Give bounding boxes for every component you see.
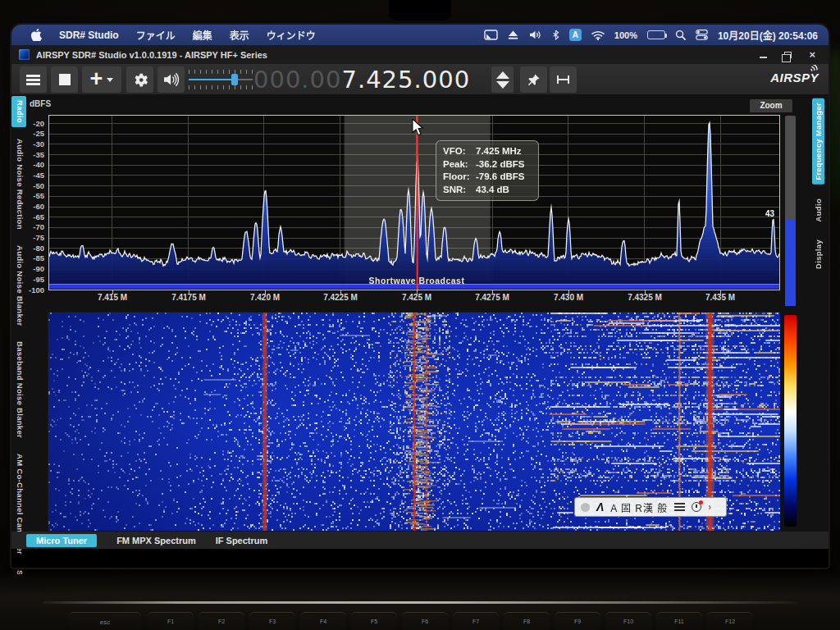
spectrum-y-tick: -95 [21,275,44,284]
audio-mute-button[interactable] [158,66,185,93]
menubar-menu-item-1[interactable]: 編集 [193,28,212,42]
camera-notch [389,0,451,21]
key-f8[interactable]: F8 [504,612,550,630]
key-f10[interactable]: F10 [605,612,651,630]
vfo-info-value: -36.2 dBFS [476,158,532,171]
menu-button[interactable] [20,66,47,93]
key-esc[interactable]: esc [69,612,141,630]
minimize-button[interactable] [760,57,767,58]
zoom-button[interactable]: Zoom [750,99,792,112]
menubar-menu-item-0[interactable]: ファイル [136,28,176,42]
add-vfo-button[interactable]: + [82,66,121,93]
bottom-tab-bar: Micro TunerFM MPX SpectrumIF Spectrum [11,532,829,549]
wifi-icon[interactable] [591,30,605,40]
vfo-info-value: -79.6 dBFS [476,171,532,184]
menubar-clock[interactable]: 10月20日(金) 20:54:06 [718,28,818,42]
spectrum-y-tick: -20 [21,119,44,128]
spectrum-x-tickmark [645,290,646,294]
vfo-info-row: VFO:7.425 MHz [443,145,532,158]
spectrum-y-tick: -55 [21,191,44,200]
vfo-info-row: Peak:-36.2 dBFS [443,158,532,171]
spectrum-canvas[interactable] [49,116,779,290]
bluetooth-icon[interactable] [552,30,559,40]
key-f4[interactable]: F4 [300,612,346,630]
frequency-stepper[interactable] [491,66,514,93]
control-center-icon[interactable] [696,30,708,40]
spectrum-x-tickmark [340,290,341,294]
vfo-info-box: VFO:7.425 MHzPeak:-36.2 dBFSFloor:-79.6 … [436,140,539,201]
key-f12[interactable]: F12 [707,612,753,630]
bottom-tab-fm-mpx-spectrum[interactable]: FM MPX Spectrum [116,536,196,546]
slider-thumb[interactable] [231,74,238,85]
stop-icon [59,74,71,85]
window-titlebar[interactable]: AIRSPY SDR# Studio v1.0.0.1919 - AIRSPY … [11,45,829,64]
key-f9[interactable]: F9 [555,612,600,630]
vfo-info-label: SNR: [443,184,476,197]
ime-chevron-icon[interactable]: › [708,501,711,513]
band-plan-label: Shortwave Broadcast [351,276,482,285]
bottom-tab-if-spectrum[interactable]: IF Spectrum [216,536,268,546]
stop-button[interactable] [51,66,78,93]
key-f5[interactable]: F5 [351,612,397,630]
spectrum-plot[interactable] [48,115,780,290]
vfo-info-row: Floor:-79.6 dBFS [443,171,532,184]
key-f3[interactable]: F3 [249,612,295,630]
toolbar: + 000.007.425.000 AIRSPY [11,64,829,95]
ime-mode-text: A 固 R漢 般 [610,500,668,514]
atok-logo-icon: Λ [596,500,604,514]
restore-button[interactable] [784,52,792,58]
spectrum-x-tickmark [568,290,569,294]
settings-button[interactable] [126,66,153,93]
volume-icon[interactable] [528,30,542,40]
frequency-display[interactable]: 000.007.425.000 [253,64,470,95]
spotlight-icon[interactable] [675,30,686,40]
spectrum-x-tickmark [720,290,721,294]
slider-fill [189,79,234,80]
pin-button[interactable] [520,66,547,93]
ime-menu-icon[interactable] [674,503,685,511]
ime-status-icon [581,503,590,512]
ime-clock-icon[interactable] [692,502,701,512]
laptop-photo: SDR# Studio ファイル編集表示ウィンドウ A100%10月20日(金)… [0,0,840,630]
mouse-cursor [411,119,424,140]
panel-tab-frequency-manager[interactable]: Frequency Manager [812,98,824,185]
hamburger-icon [26,75,40,85]
input-source-icon[interactable]: A [569,29,582,41]
slider-ticks [189,70,253,74]
frequency-value: 7.425.000 [341,66,470,94]
volume-slider[interactable] [189,70,253,89]
key-f2[interactable]: F2 [199,612,244,630]
screen-mirroring-icon[interactable] [484,30,498,40]
spectrum-y-tick: -100 [21,285,44,294]
vfo-info-value: 43.4 dB [476,184,532,197]
panel-tab-display[interactable]: Display [812,235,824,273]
battery-percentage: 100% [614,30,637,40]
bottom-tab-micro-tuner[interactable]: Micro Tuner [26,534,97,547]
key-f6[interactable]: F6 [402,612,448,630]
step-snap-button[interactable] [550,66,577,93]
vfo-info-label: VFO: [443,145,476,158]
panel-tab-baseband-noise-blanker[interactable]: Baseband Noise Blanker [11,337,26,442]
ime-palette[interactable]: Λ A 固 R漢 般 › [574,497,727,517]
spectrum-x-tickmark [492,290,493,294]
apple-logo-icon[interactable] [31,29,42,41]
pin-icon [527,73,541,87]
step-up-icon[interactable] [496,71,509,79]
spectrum-y-tick: -40 [21,160,44,169]
menubar-menu-item-2[interactable]: 表示 [230,28,249,42]
zoom-slider[interactable] [785,116,796,306]
key-f7[interactable]: F7 [453,612,499,630]
panel-tab-audio[interactable]: Audio [812,194,824,226]
menubar-menu-item-3[interactable]: ウィンドウ [267,28,316,42]
vfo-info-value: 7.425 MHz [476,145,532,158]
step-down-icon[interactable] [496,81,509,89]
key-f1[interactable]: F1 [148,612,194,630]
close-button[interactable]: × [809,49,815,60]
plus-icon: + [90,68,103,89]
key-f11[interactable]: F11 [656,612,702,630]
battery-icon[interactable] [647,30,665,39]
eject-icon[interactable] [508,30,518,40]
menubar-app-name[interactable]: SDR# Studio [59,30,119,41]
spectrum-y-tick: -60 [21,202,44,211]
zoom-slider-value: 43 [765,209,774,218]
